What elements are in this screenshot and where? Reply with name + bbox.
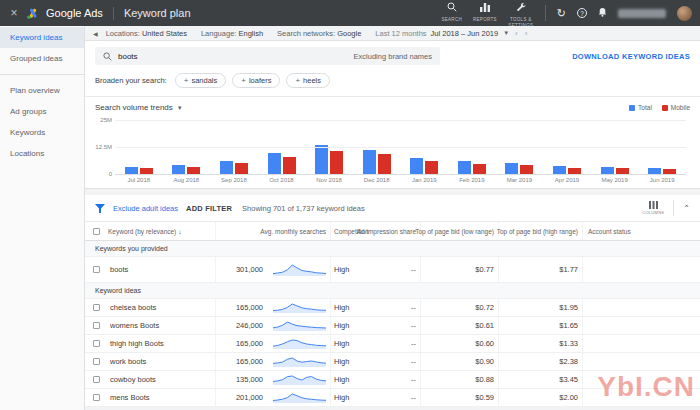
sparkline: [267, 299, 330, 316]
setting-value: Google: [337, 29, 361, 38]
legend-swatch: [662, 105, 668, 111]
bar-group-mar-2019: [496, 163, 544, 174]
keyword-cell: cowboy boots: [108, 371, 215, 388]
sidebar-item-grouped-ideas[interactable]: Grouped ideas: [0, 48, 84, 69]
chevron-down-icon[interactable]: ▼: [177, 105, 183, 111]
sidebar-item-plan-overview[interactable]: Plan overview: [0, 80, 84, 101]
x-axis-label: Dec 2018: [353, 177, 401, 183]
keyword-row-cowboy-boots: cowboy boots135,000High--$0.88$3.45: [85, 371, 700, 389]
ad-impression-share-cell: --: [372, 353, 420, 370]
topbar-action-search[interactable]: SEARCH: [441, 0, 462, 23]
bar-total: [363, 150, 376, 174]
column-header-account-status[interactable]: Account status: [582, 222, 700, 240]
table-section-keyword-ideas: Keyword ideas: [85, 283, 700, 299]
column-header-avg-monthly-searches[interactable]: Avg. monthly searches: [215, 222, 330, 240]
refresh-icon[interactable]: ↻: [557, 8, 566, 19]
bar-total: [315, 145, 328, 174]
next-period-button[interactable]: ›: [525, 29, 528, 38]
header-checkbox-cell: [85, 222, 108, 240]
sidebar-item-keywords[interactable]: Keywords: [0, 122, 84, 143]
setting-value: United States: [142, 29, 187, 38]
sidebar-item-ad-groups[interactable]: Ad groups: [0, 101, 84, 122]
setting-label: Search networks:: [277, 29, 337, 38]
brand-exclusion-label[interactable]: Excluding brand names: [354, 52, 432, 61]
topbar-action-reports[interactable]: REPORTS: [473, 0, 497, 23]
google-ads-logo: [26, 7, 40, 20]
column-header-keyword[interactable]: Keyword (by relevance)↓: [108, 222, 215, 240]
daterange-value[interactable]: Jul 2018 – Jun 2019: [431, 29, 499, 38]
bar-group-aug-2018: [163, 165, 211, 174]
bar-total: [458, 161, 471, 174]
row-checkbox[interactable]: [93, 304, 100, 311]
download-keyword-ideas-button[interactable]: DOWNLOAD KEYWORD IDEAS: [572, 52, 690, 61]
bar-mobile: [616, 168, 629, 174]
y-axis-tick: 0: [109, 171, 112, 177]
sidebar-item-keyword-ideas[interactable]: Keyword ideas: [0, 27, 84, 48]
bar-mobile: [663, 169, 676, 174]
search-query: boots: [118, 52, 138, 61]
bar-mobile: [473, 164, 486, 174]
filter-funnel-icon: [95, 204, 105, 213]
avatar[interactable]: [677, 6, 692, 21]
wrench-icon: [516, 0, 526, 16]
column-header-top-bid-low[interactable]: Top of page bid (low range): [420, 222, 498, 240]
x-axis-label: Aug 2018: [163, 177, 211, 183]
showing-count-label: Showing 701 of 1,737 keyword ideas: [242, 204, 365, 213]
notifications-bell-icon[interactable]: [598, 7, 607, 20]
bar-total: [172, 165, 185, 174]
broaden-chip-heels[interactable]: +heels: [286, 73, 330, 88]
keyword-search-input[interactable]: boots Excluding brand names: [95, 47, 440, 65]
row-checkbox-cell: [85, 335, 108, 352]
bar-group-feb-2019: [448, 161, 496, 174]
sidebar-item-locations[interactable]: Locations: [0, 143, 84, 164]
x-axis-label: Jan 2019: [400, 177, 448, 183]
avg-searches-cell: 165,000: [215, 335, 267, 352]
bar-total: [648, 168, 661, 174]
collapse-panel-icon[interactable]: ◀: [93, 30, 98, 37]
columns-icon: [649, 201, 658, 209]
exclude-adult-ideas-link[interactable]: Exclude adult ideas: [113, 204, 178, 213]
broaden-chip-sandals[interactable]: +sandals: [175, 73, 227, 88]
collapse-table-chevron-icon[interactable]: ⌃: [683, 204, 690, 213]
setting-locations[interactable]: Locations: United States: [106, 29, 187, 38]
row-checkbox[interactable]: [93, 322, 100, 329]
top-bid-low-cell: $0.90: [420, 353, 498, 370]
bar-group-dec-2018: [353, 150, 401, 174]
keyword-ideas-card: Exclude adult ideas ADD FILTER Showing 7…: [85, 195, 700, 407]
select-all-checkbox[interactable]: [93, 228, 100, 235]
sparkline: [267, 317, 330, 334]
filter-row-divider: [673, 200, 674, 216]
keyword-cell: work boots: [108, 353, 215, 370]
reports-icon: [480, 0, 490, 16]
plus-icon: +: [184, 77, 189, 85]
close-icon[interactable]: ×: [8, 7, 20, 19]
row-checkbox[interactable]: [93, 358, 100, 365]
row-checkbox[interactable]: [93, 394, 100, 401]
column-header-top-bid-high[interactable]: Top of page bid (high range): [498, 222, 582, 240]
row-checkbox[interactable]: [93, 340, 100, 347]
x-axis-label: Sep 2018: [210, 177, 258, 183]
broaden-search-row: Broaden your search: +sandals+loafers+he…: [85, 67, 700, 97]
search-icon: [447, 0, 457, 16]
help-icon[interactable]: ?: [577, 8, 587, 18]
chart-title[interactable]: Search volume trends: [95, 103, 173, 112]
top-bid-low-cell: $0.59: [420, 389, 498, 406]
bar-group-oct-2018: [258, 153, 306, 174]
sparkline: [267, 389, 330, 406]
broaden-chip-loafers[interactable]: +loafers: [232, 73, 280, 88]
setting-language[interactable]: Language: English: [201, 29, 263, 38]
row-checkbox[interactable]: [93, 376, 100, 383]
previous-period-button[interactable]: ‹: [515, 29, 518, 38]
brand-name: Google Ads: [46, 7, 103, 19]
row-checkbox[interactable]: [93, 266, 100, 273]
topbar-action-tools-settings[interactable]: TOOLS & SETTINGS: [508, 0, 534, 28]
bar-chart-plot: 25M12.5M0: [115, 120, 686, 175]
legend-label: Mobile: [671, 104, 690, 111]
columns-button[interactable]: COLUMNS: [642, 201, 664, 215]
row-checkbox-cell: [85, 257, 108, 282]
column-header-ad-impression-share[interactable]: Ad impression share: [372, 222, 420, 240]
row-checkbox-cell: [85, 299, 108, 316]
add-filter-button[interactable]: ADD FILTER: [186, 204, 232, 213]
setting-search-networks[interactable]: Search networks: Google: [277, 29, 361, 38]
chevron-down-icon[interactable]: ▼: [503, 30, 509, 36]
